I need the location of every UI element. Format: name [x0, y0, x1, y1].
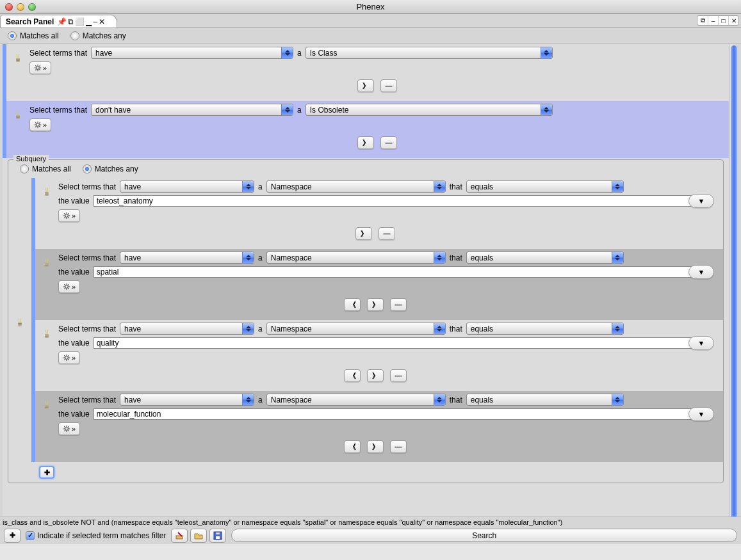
a-label: a	[297, 49, 302, 58]
verb-combo[interactable]: have	[120, 394, 254, 406]
indent-right-button[interactable]: 》	[367, 369, 384, 382]
remove-row-button[interactable]: —	[390, 440, 407, 453]
value-input[interactable]	[94, 195, 692, 207]
comparator-combo[interactable]: equals	[466, 180, 624, 193]
search-panel-tab[interactable]: Search Panel 📌 ⧉ ⬜ ▁ – ✕	[0, 15, 117, 28]
subquery-group: Subquery Matches all Matches any Select …	[8, 159, 724, 483]
gear-menu-button[interactable]: »	[58, 209, 80, 222]
expand-button[interactable]: ▼	[688, 265, 714, 279]
indicate-filter-checkbox[interactable]: Indicate if selected term matches filter	[26, 531, 166, 540]
chevron-updown-icon	[434, 323, 445, 334]
the-value-label: the value	[58, 410, 90, 419]
tab-detach-icon[interactable]: ⧉	[68, 17, 74, 26]
sub-matches-all-radio[interactable]: Matches all	[20, 164, 71, 173]
tab-min-icon[interactable]: ▁	[86, 17, 92, 26]
remove-row-button[interactable]: —	[390, 369, 407, 382]
that-label: that	[450, 324, 462, 333]
floppy-disk-icon	[213, 531, 222, 540]
tab-close-icon[interactable]: –	[93, 17, 97, 26]
indent-right-button[interactable]: 》	[357, 136, 374, 149]
chevron-updown-icon	[612, 323, 623, 334]
the-value-label: the value	[58, 196, 90, 205]
verb-combo[interactable]: don't have	[91, 104, 293, 116]
window-titlebar: Phenex	[0, 0, 741, 14]
value-input[interactable]	[94, 266, 692, 278]
open-button[interactable]	[190, 529, 207, 543]
expand-button[interactable]: ▼	[688, 407, 714, 421]
indent-right-button[interactable]: 》	[367, 298, 384, 311]
tab-pin-icon[interactable]: 📌	[57, 17, 67, 26]
attribute-combo[interactable]: Namespace	[266, 180, 446, 193]
indent-right-button[interactable]: 》	[367, 440, 384, 453]
verb-combo[interactable]: have	[120, 323, 254, 335]
comparator-combo[interactable]: equals	[466, 323, 624, 335]
remove-row-button[interactable]: —	[379, 227, 395, 240]
panel-window-controls: ⧉ – □ ✕	[697, 15, 739, 26]
a-label: a	[258, 324, 263, 333]
bulb-icon	[40, 252, 54, 269]
scrollbar-thumb[interactable]	[731, 45, 737, 532]
bulb-icon	[11, 47, 25, 65]
add-subquery-button[interactable]: ✚	[39, 466, 54, 479]
subquery-row: Select terms thathaveaNamespacethatequal…	[31, 320, 723, 391]
sub-matches-any-radio[interactable]: Matches any	[83, 164, 138, 173]
remove-row-button[interactable]: —	[390, 298, 407, 311]
save-button[interactable]	[209, 529, 226, 543]
bulb-icon	[13, 311, 27, 329]
panel-detach-icon[interactable]: ⧉	[697, 16, 708, 25]
verb-combo[interactable]: have	[91, 47, 293, 59]
panel-close-icon[interactable]: ✕	[728, 16, 738, 25]
folder-open-icon	[194, 531, 203, 540]
attribute-combo[interactable]: Namespace	[266, 323, 446, 335]
value-input[interactable]	[94, 408, 692, 420]
chevron-updown-icon	[434, 181, 445, 192]
matches-any-radio[interactable]: Matches any	[70, 31, 126, 40]
expand-button[interactable]: ▼	[688, 336, 714, 350]
gear-menu-button[interactable]: »	[58, 280, 80, 293]
gear-menu-button[interactable]: »	[29, 61, 51, 74]
bulb-icon	[11, 104, 25, 122]
svg-rect-16	[216, 536, 220, 539]
a-label: a	[258, 182, 263, 191]
indent-left-button[interactable]: 《	[344, 298, 361, 311]
chevron-updown-icon	[612, 252, 623, 263]
select-terms-label: Select terms that	[58, 324, 116, 333]
remove-row-button[interactable]: —	[380, 136, 397, 149]
gear-menu-button[interactable]: »	[58, 351, 80, 364]
bottom-toolbar: ✚ Indicate if selected term matches filt…	[0, 527, 741, 544]
value-input[interactable]	[94, 337, 692, 349]
subquery-row: Select terms thathaveaNamespacethatequal…	[31, 391, 723, 462]
tab-x-icon[interactable]: ✕	[99, 17, 105, 26]
verb-combo[interactable]: have	[120, 180, 254, 193]
indent-right-button[interactable]: 》	[355, 227, 372, 240]
chevron-updown-icon	[242, 181, 254, 192]
search-button[interactable]: Search	[231, 529, 737, 542]
query-row: Select terms that don't have a Is Obsole…	[3, 101, 729, 158]
indent-left-button[interactable]: 《	[344, 440, 361, 453]
clear-button[interactable]	[171, 529, 188, 543]
panel-minimize-icon[interactable]: –	[708, 16, 718, 25]
matches-all-radio[interactable]: Matches all	[8, 31, 59, 40]
panel-restore-icon[interactable]: □	[718, 16, 728, 25]
that-label: that	[450, 182, 462, 191]
attribute-combo[interactable]: Is Obsolete	[305, 104, 553, 116]
tab-max-icon[interactable]: ⬜	[75, 17, 85, 26]
indent-left-button[interactable]: 《	[344, 369, 361, 382]
vertical-scrollbar[interactable]	[729, 44, 738, 529]
select-terms-label: Select terms that	[29, 49, 87, 58]
select-terms-label: Select terms that	[58, 253, 116, 262]
add-button[interactable]: ✚	[4, 529, 20, 543]
indent-right-button[interactable]: 》	[357, 79, 374, 92]
comparator-combo[interactable]: equals	[466, 394, 624, 406]
attribute-combo[interactable]: Namespace	[266, 394, 446, 406]
comparator-combo[interactable]: equals	[466, 252, 624, 264]
remove-row-button[interactable]: —	[380, 79, 397, 92]
expand-button[interactable]: ▼	[688, 194, 714, 208]
attribute-combo[interactable]: Is Class	[305, 47, 553, 59]
verb-combo[interactable]: have	[120, 252, 254, 264]
a-label: a	[297, 106, 302, 115]
attribute-combo[interactable]: Namespace	[266, 252, 446, 264]
gear-menu-button[interactable]: »	[29, 118, 51, 131]
a-label: a	[258, 253, 263, 262]
gear-menu-button[interactable]: »	[58, 422, 80, 435]
